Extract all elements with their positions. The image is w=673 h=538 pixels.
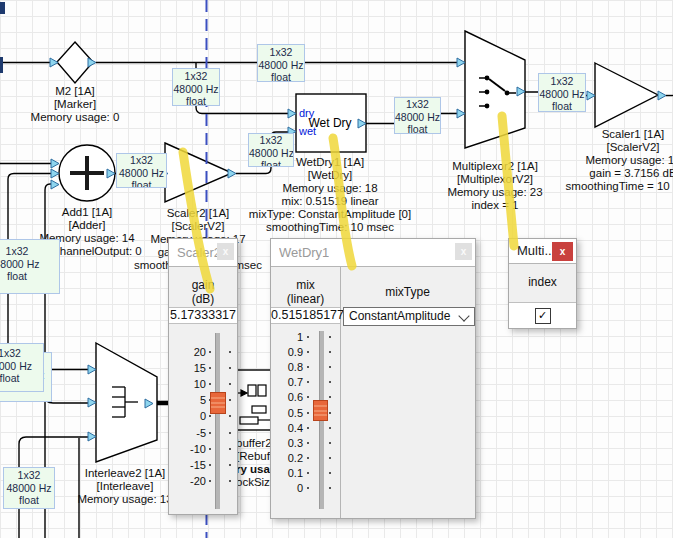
index-checkbox-row: ✓ <box>509 302 576 328</box>
slider-tick: 0.7 <box>271 375 340 389</box>
pin[interactable] <box>51 180 59 189</box>
gain-value-field[interactable]: 5.17333317 <box>169 307 237 324</box>
close-icon[interactable]: x <box>552 242 573 261</box>
mix-slider-ticks: 10.90.80.70.60.50.40.30.20.10 <box>271 239 340 518</box>
multiplexor2-block[interactable] <box>465 31 525 148</box>
pin[interactable] <box>88 58 96 67</box>
pin[interactable] <box>658 91 666 100</box>
close-icon[interactable]: x <box>217 243 234 260</box>
scaler2-inspector-panel: Scaler2 x gain(dB) 5.17333317 20151050-5… <box>168 238 238 515</box>
wire-label: 1x3248000 Hzfloat <box>172 68 220 106</box>
scaler2-block[interactable] <box>165 143 232 202</box>
pin[interactable] <box>88 398 96 407</box>
scaler2-panel-titlebar[interactable]: Scaler2 x <box>169 239 237 267</box>
gain-slider-handle[interactable] <box>210 392 226 414</box>
slider-tick: 5 <box>169 393 237 407</box>
slider-tick: 20 <box>169 345 237 359</box>
slider-tick: 0.2 <box>271 451 340 465</box>
slider-tick: 0.4 <box>271 421 340 435</box>
multiplexor2-inspector-panel: Multi... x index ✓ <box>508 238 577 329</box>
multiplexor2-panel-titlebar[interactable]: Multi... x <box>509 239 576 264</box>
slider-tick: 0.6 <box>271 390 340 404</box>
scaler1-caption: Scaler1 [1A][ScalerV2] Memory usage: 17g… <box>552 128 673 193</box>
slider-tick: -20 <box>169 474 237 488</box>
slider-tick: 0.3 <box>271 436 340 450</box>
multiplexor2-caption: Multiplexor2 [1A][MultiplexorV2] Memory … <box>415 160 575 212</box>
mixtype-dropdown[interactable]: ConstantAmplitude <box>343 307 475 326</box>
multiplexor2-panel-title: Multi... <box>517 243 555 258</box>
slider-tick: 10 <box>169 377 237 391</box>
scaler2-panel-title: Scaler2 <box>177 245 221 260</box>
pin[interactable] <box>587 91 595 100</box>
wire-label: 1x3248000 Hzfloat <box>538 73 586 112</box>
mixtype-param-label: mixType <box>340 285 475 299</box>
wetdry1-caption: WetDry1 [1A][WetDry] Memory usage: 18mix… <box>240 156 420 234</box>
wire-label: 1x3248000 Hzfloat <box>0 239 60 294</box>
slider-tick: -5 <box>169 426 237 440</box>
wetdry-block-label: Wet Dry <box>300 116 360 130</box>
diagram-canvas: M2 [1A][Marker]Memory usage: 0 Add1 [1A]… <box>0 0 673 538</box>
pin[interactable] <box>457 58 465 67</box>
slider-tick: -10 <box>169 442 237 456</box>
slider-tick: 0 <box>271 481 340 495</box>
wire-label: 1x3248000 Hzfloat <box>257 44 305 82</box>
index-param-label: index <box>509 275 576 289</box>
slider-tick: 0 <box>169 409 237 423</box>
pin[interactable] <box>51 159 59 168</box>
offscreen-fragment <box>0 2 5 14</box>
slider-tick: 15 <box>169 361 237 375</box>
wire-label: 1x3248000 Hzfloat <box>248 133 294 167</box>
mix-slider-handle[interactable] <box>313 400 328 421</box>
index-checkbox[interactable]: ✓ <box>535 308 551 324</box>
scaler1-block[interactable] <box>595 63 658 127</box>
slider-tick: 1 <box>271 330 340 344</box>
pin[interactable] <box>288 109 296 118</box>
pin[interactable] <box>228 169 236 178</box>
pin[interactable] <box>457 109 465 118</box>
slider-tick: 0.8 <box>271 360 340 374</box>
panel-column-divider <box>340 267 341 518</box>
slider-tick: -15 <box>169 458 237 472</box>
gain-param-label: gain(dB) <box>169 278 237 306</box>
pin[interactable] <box>50 58 58 67</box>
wire-label: 1x3248000 Hzfloat <box>3 467 55 509</box>
slider-tick: 0.1 <box>271 466 340 480</box>
wire-label: 1x3248000 Hzfloat <box>116 153 167 188</box>
wire-label: 1x3248000 Hzfloat <box>0 343 44 392</box>
pin[interactable] <box>51 169 59 178</box>
offscreen-fragment <box>0 57 3 73</box>
mixtype-dropdown-value: ConstantAmplitude <box>349 309 450 323</box>
pin[interactable] <box>88 432 96 441</box>
slider-tick: 0.9 <box>271 345 340 359</box>
wire-label: 1x3248000 Hzfloat <box>394 97 441 134</box>
wetdry1-inspector-panel: WetDry1 x mix(linear) 0.515185177 10.90.… <box>270 238 476 519</box>
chevron-down-icon <box>458 310 469 321</box>
pin[interactable] <box>88 365 96 374</box>
m2-caption: M2 [1A][Marker]Memory usage: 0 <box>15 85 135 124</box>
close-icon[interactable]: x <box>455 243 472 260</box>
slider-tick: 0.5 <box>271 406 340 420</box>
